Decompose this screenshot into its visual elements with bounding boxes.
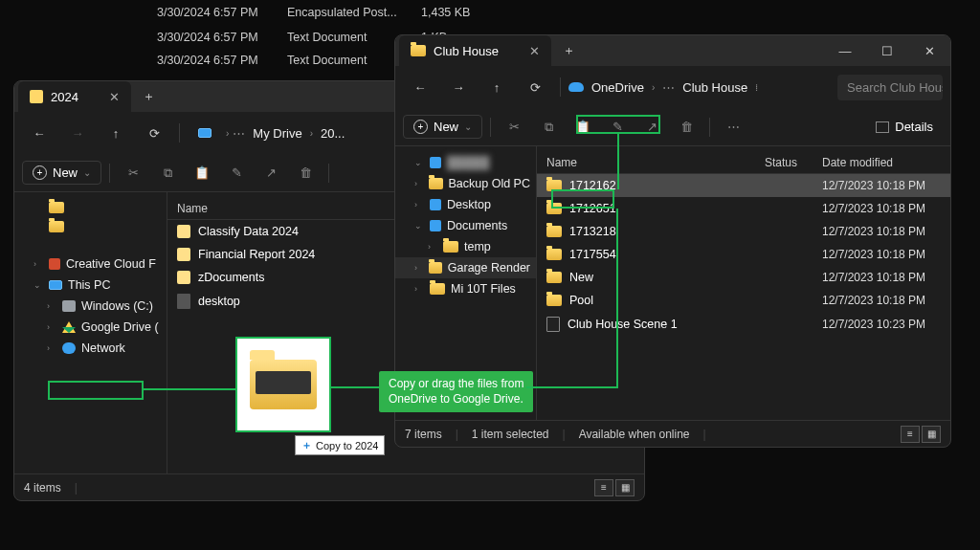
copy-icon[interactable]: ⧉ — [152, 160, 183, 187]
chevron-right-icon: › — [226, 128, 229, 139]
table-row[interactable]: 171265112/7/2023 10:18 PM — [537, 197, 950, 220]
view-details-icon[interactable]: ≡ — [901, 426, 920, 443]
folder-icon — [546, 249, 562, 260]
app-icon — [177, 271, 190, 284]
folder-icon — [546, 203, 562, 214]
refresh-button[interactable]: ⟳ — [518, 72, 552, 102]
table-row[interactable]: Pool12/7/2023 10:18 PM — [537, 289, 950, 312]
delete-icon[interactable]: 🗑 — [671, 114, 702, 141]
folder-icon — [411, 45, 426, 56]
details-button[interactable]: Details — [866, 116, 943, 138]
sidebar-item-cc[interactable]: ›Creative Cloud F — [14, 253, 167, 275]
instruction-callout: Copy or drag the files fromOneDrive to G… — [379, 371, 533, 412]
close-tab-icon[interactable]: ✕ — [109, 90, 120, 104]
divider — [709, 118, 710, 137]
item-count: 4 items — [24, 481, 61, 495]
nav-item[interactable]: ›Desktop — [395, 194, 536, 215]
nav-item[interactable]: ⌄Documents — [395, 215, 536, 236]
view-grid-icon[interactable]: ▦ — [922, 426, 941, 443]
table-row[interactable]: New12/7/2023 10:18 PM — [537, 266, 950, 289]
sidebar-item-winc[interactable]: ›Windows (C:) — [14, 296, 167, 317]
refresh-button[interactable]: ⟳ — [137, 118, 171, 148]
onedrive-icon — [568, 82, 584, 92]
gdrive-icon — [62, 321, 76, 333]
status-bar: 7 items| 1 item selected| Available when… — [395, 420, 950, 447]
share-icon[interactable]: ↗ — [636, 114, 667, 141]
new-button[interactable]: +New⌄ — [403, 115, 482, 139]
divider — [109, 164, 110, 183]
tab-label: Club House — [434, 44, 499, 58]
breadcrumb[interactable]: OneDrive› ⋯ Club House⁞ — [568, 80, 758, 95]
copy-icon[interactable]: ⧉ — [533, 114, 564, 141]
back-button[interactable]: ← — [403, 72, 437, 102]
doc-icon — [546, 317, 560, 332]
up-button[interactable]: ↑ — [479, 72, 514, 102]
sidebar-item-quick2[interactable] — [14, 217, 167, 236]
divider — [560, 77, 561, 97]
nav-item[interactable]: ›Backup Old PC — [395, 173, 536, 194]
column-headers[interactable]: Name Status Date modified — [537, 152, 950, 174]
paste-icon[interactable]: 📋 — [187, 160, 217, 187]
folder-icon — [546, 272, 562, 283]
up-button[interactable]: ↑ — [99, 118, 133, 148]
folder-icon — [546, 180, 562, 191]
app-icon — [177, 248, 190, 261]
breadcrumb[interactable]: ⋯ My Drive› 20... — [233, 126, 345, 141]
new-tab-button[interactable]: ＋ — [131, 88, 167, 105]
cut-icon[interactable]: ✂ — [118, 160, 148, 187]
connector-line — [617, 134, 619, 189]
view-details-icon[interactable]: ≡ — [594, 479, 613, 496]
table-row[interactable]: 171216212/7/2023 10:18 PM — [537, 174, 950, 197]
more-icon[interactable]: ⋯ — [718, 114, 748, 141]
folder-icon — [30, 90, 43, 103]
share-icon[interactable]: ↗ — [256, 160, 286, 187]
search-input[interactable]: Search Club Hous — [837, 75, 943, 100]
drag-tooltip: ＋Copy to 2024 — [295, 435, 385, 455]
new-button[interactable]: +New⌄ — [22, 161, 101, 185]
close-tab-icon[interactable]: ✕ — [529, 44, 540, 58]
folder-icon — [546, 295, 562, 306]
rename-icon[interactable]: ✎ — [221, 160, 252, 187]
app-icon — [177, 225, 190, 238]
connector-line — [616, 209, 618, 386]
tab-2024[interactable]: 2024 ✕ — [18, 81, 131, 112]
minimize-button[interactable]: — — [824, 35, 866, 66]
new-tab-button[interactable]: ＋ — [551, 42, 587, 59]
table-row[interactable]: 171755412/7/2023 10:18 PM — [537, 243, 950, 266]
nav-toolbar: ← → ↑ ⟳ OneDrive› ⋯ Club House⁞ Search C… — [395, 66, 950, 108]
forward-button[interactable]: → — [60, 118, 95, 148]
table-row[interactable]: Club House Scene 112/7/2023 10:23 PM — [537, 312, 950, 337]
divider — [490, 118, 491, 137]
nav-item[interactable]: ›Mi 10T Files — [395, 278, 536, 299]
sidebar-item-quick[interactable] — [14, 198, 167, 217]
cut-icon[interactable]: ✂ — [499, 114, 529, 141]
bg-row: 3/30/2024 6:57 PMEncapsulated Post...1,4… — [157, 6, 473, 19]
folder-icon — [250, 360, 317, 409]
tab-clubhouse[interactable]: Club House ✕ — [399, 35, 551, 66]
nav-item[interactable]: ›Garage Render — [395, 257, 536, 278]
nav-tree: ›Creative Cloud F ⌄This PC ›Windows (C:)… — [14, 192, 167, 473]
availability: Available when online — [579, 428, 690, 441]
back-button[interactable]: ← — [22, 118, 56, 148]
forward-button[interactable]: → — [441, 72, 476, 102]
pc-icon[interactable] — [188, 118, 222, 148]
maximize-button[interactable]: ☐ — [866, 35, 908, 66]
nav-item[interactable]: ›temp — [395, 236, 536, 257]
doc-icon — [177, 294, 190, 309]
titlebar: Club House ✕ ＋ — ☐ ✕ — [395, 35, 950, 66]
file-list: Name Status Date modified 171216212/7/20… — [537, 146, 950, 420]
close-button[interactable]: ✕ — [908, 35, 950, 66]
selected-count: 1 item selected — [472, 428, 549, 441]
divider — [179, 123, 180, 143]
delete-icon[interactable]: 🗑 — [290, 160, 321, 187]
table-row[interactable]: 171321812/7/2023 10:18 PM — [537, 220, 950, 243]
sidebar-item-network[interactable]: ›Network — [14, 338, 167, 359]
sidebar-item-thispc[interactable]: ⌄This PC — [14, 275, 167, 296]
view-grid-icon[interactable]: ▦ — [615, 479, 635, 496]
nav-root[interactable]: ⌄█████ — [395, 152, 536, 173]
divider — [328, 164, 329, 183]
action-bar: +New⌄ ✂ ⧉ 📋 ✎ ↗ 🗑 ⋯ Details — [395, 108, 950, 146]
tab-label: 2024 — [51, 90, 78, 104]
paste-icon[interactable]: 📋 — [568, 114, 598, 141]
sidebar-item-gdrive[interactable]: ›Google Drive ( — [14, 317, 167, 338]
